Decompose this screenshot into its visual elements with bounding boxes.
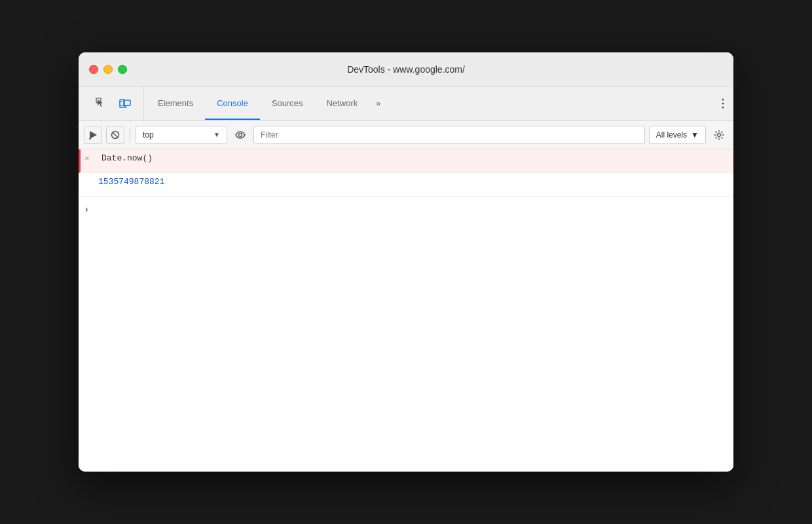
- inspect-element-button[interactable]: [92, 94, 111, 113]
- traffic-lights: [89, 65, 127, 74]
- prompt-icon: ›: [84, 204, 89, 215]
- tab-more[interactable]: »: [369, 86, 387, 120]
- tab-console[interactable]: Console: [205, 86, 260, 120]
- console-entry-result: 1535749878821: [79, 173, 733, 196]
- tab-elements[interactable]: Elements: [146, 86, 205, 120]
- svg-point-14: [239, 133, 242, 136]
- svg-point-9: [722, 106, 724, 108]
- minimize-button[interactable]: [103, 65, 113, 74]
- entry-command-text: Date.now(): [101, 153, 153, 163]
- maximize-button[interactable]: [118, 65, 127, 74]
- levels-selector[interactable]: All levels ▼: [649, 126, 706, 144]
- levels-arrow: ▼: [691, 130, 699, 140]
- levels-value: All levels: [656, 130, 687, 140]
- console-entry-command: × Date.now(): [79, 149, 733, 173]
- tabs-bar: Elements Console Sources Network »: [79, 86, 733, 121]
- console-toolbar: top ▼ All levels ▼: [79, 121, 733, 149]
- close-button[interactable]: [89, 65, 98, 74]
- svg-point-7: [722, 98, 724, 100]
- toolbar-divider: [130, 128, 130, 142]
- title-bar: DevTools - www.google.com/: [79, 52, 733, 86]
- live-expressions-button[interactable]: [231, 126, 249, 144]
- tab-sources[interactable]: Sources: [260, 86, 315, 120]
- console-input-row: ›: [79, 196, 733, 223]
- console-input[interactable]: [94, 205, 728, 215]
- filter-input[interactable]: [253, 126, 645, 144]
- svg-point-8: [722, 102, 724, 104]
- window-title: DevTools - www.google.com/: [347, 64, 465, 75]
- block-requests-button[interactable]: [106, 126, 124, 144]
- svg-point-15: [718, 133, 721, 136]
- context-selector[interactable]: top ▼: [136, 126, 227, 144]
- devtools-menu-button[interactable]: [712, 86, 733, 120]
- context-arrow: ▼: [213, 131, 220, 138]
- svg-line-13: [113, 132, 118, 138]
- context-value: top: [143, 130, 154, 140]
- devtools-window: DevTools - www.google.com/: [79, 52, 733, 472]
- svg-marker-10: [90, 131, 97, 139]
- clear-console-button[interactable]: [84, 126, 102, 144]
- device-toggle-button[interactable]: [115, 94, 135, 113]
- console-content: × Date.now() 1535749878821 ›: [79, 149, 733, 472]
- entry-error-icon: ×: [84, 154, 98, 164]
- settings-button[interactable]: [710, 126, 728, 144]
- entry-result-text: 1535749878821: [98, 177, 164, 187]
- toolbar-icons: [84, 86, 143, 120]
- tab-network[interactable]: Network: [315, 86, 370, 120]
